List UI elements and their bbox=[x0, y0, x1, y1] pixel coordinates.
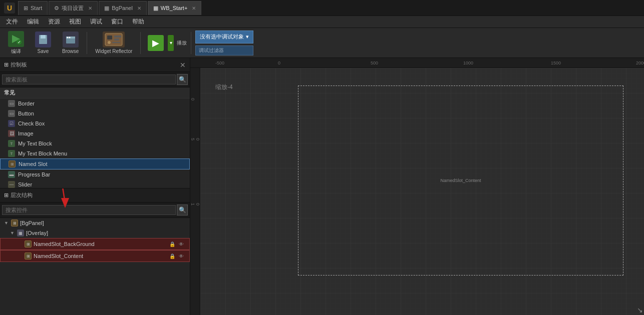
browse-button[interactable]: Browse bbox=[58, 30, 83, 56]
widget-palette: ⊞ 控制板 ✕ 🔍 常见 ▭ Border ▭ Button ☑ Check B… bbox=[0, 58, 190, 188]
namedslot-bg-icon: ⊞ bbox=[25, 240, 32, 248]
debug-object-label: 没有选中调试对象 bbox=[200, 33, 244, 40]
tab-settings-icon: ⚙ bbox=[54, 5, 59, 12]
svg-rect-15 bbox=[112, 42, 120, 43]
hierarchy-item-namedslot-bg[interactable]: ⊞ NamedSlot_BackGround 🔒 👁 bbox=[0, 238, 190, 250]
namedslot-content-label: NamedSlot_Content bbox=[34, 253, 83, 259]
namedslot-bg-label: NamedSlot_BackGround bbox=[34, 241, 95, 247]
menu-window[interactable]: 窗口 bbox=[107, 16, 127, 27]
tab-start-icon: ⊞ bbox=[24, 5, 28, 12]
hierarchy-item-namedslot-content[interactable]: ⊞ NamedSlot_Content 🔒 👁 bbox=[0, 250, 190, 262]
browse-label: Browse bbox=[62, 48, 79, 54]
tab-wb-icon: ▦ bbox=[153, 5, 158, 12]
play-dropdown-button[interactable]: ▾ bbox=[167, 33, 175, 53]
palette-item-mytextblock-label: My Text Block bbox=[18, 140, 52, 146]
namedslot-content-visible[interactable]: 👁 bbox=[177, 252, 185, 260]
debug-filter-label: 调试过滤器 bbox=[199, 48, 224, 53]
palette-search-bar: 🔍 bbox=[0, 72, 190, 88]
ruler-mark-1500: 1500 bbox=[551, 60, 561, 66]
play-group: ▶ ▾ 播放 bbox=[145, 33, 187, 53]
debug-filter-button[interactable]: 调试过滤器 bbox=[195, 46, 253, 56]
inner-label: NamedSlot_Content bbox=[440, 178, 481, 183]
tab-bgpanel[interactable]: ▦ BgPanel ✕ bbox=[99, 1, 147, 15]
left-panel: ⊞ 控制板 ✕ 🔍 常见 ▭ Border ▭ Button ☑ Check B… bbox=[0, 58, 190, 315]
palette-item-namedslot[interactable]: ⊞ Named Slot bbox=[0, 158, 190, 170]
tab-bgpanel-icon: ▦ bbox=[104, 5, 109, 12]
save-button[interactable]: Save bbox=[31, 30, 55, 56]
compile-button[interactable]: ✓ 编译 bbox=[4, 29, 28, 57]
widget-reflector-button[interactable]: Widget Reflector bbox=[91, 30, 136, 56]
tab-wb-close[interactable]: ✕ bbox=[192, 6, 196, 11]
hierarchy-item-bgpanel[interactable]: ▼ ⊞ [BgPanel] bbox=[0, 218, 190, 228]
palette-item-namedslot-label: Named Slot bbox=[19, 161, 47, 167]
menu-edit[interactable]: 编辑 bbox=[23, 16, 43, 27]
svg-rect-12 bbox=[114, 36, 121, 38]
namedslot-content-controls: 🔒 👁 bbox=[168, 252, 185, 260]
hierarchy-search-bar: 🔍 bbox=[0, 202, 190, 218]
overlay-label: [Overlay] bbox=[26, 230, 48, 236]
namedslot-bg-lock[interactable]: 🔒 bbox=[168, 240, 176, 248]
play-button[interactable]: ▶ bbox=[145, 33, 167, 53]
debug-object-select[interactable]: 没有选中调试对象 ▾ bbox=[195, 30, 253, 44]
tab-wb-start[interactable]: ▦ WB_Start+ ✕ bbox=[148, 1, 202, 15]
palette-item-checkbox-label: Check Box bbox=[18, 120, 45, 126]
tab-start[interactable]: ⊞ Start bbox=[18, 1, 48, 15]
hierarchy-icon: ⊞ bbox=[4, 192, 9, 198]
toolbar-separator-3 bbox=[191, 32, 191, 54]
palette-item-checkbox[interactable]: ☑ Check Box bbox=[0, 118, 190, 128]
svg-rect-13 bbox=[114, 38, 119, 40]
canvas-area[interactable]: -500 0 500 1000 1500 2000 0 500 1000 🌐 N… bbox=[190, 58, 644, 315]
palette-item-button[interactable]: ▭ Button bbox=[0, 108, 190, 118]
hierarchy-search-button[interactable]: 🔍 bbox=[177, 204, 188, 216]
menu-assets[interactable]: 资源 bbox=[44, 16, 64, 27]
palette-item-slider-label: Slider bbox=[18, 182, 32, 188]
namedslot-bg-controls: 🔒 👁 bbox=[168, 240, 185, 248]
palette-item-mytextblockmenu[interactable]: T My Text Block Menu bbox=[0, 148, 190, 158]
toolbar-separator-1 bbox=[87, 32, 87, 54]
compile-icon: ✓ bbox=[8, 31, 24, 47]
main-content: ⊞ 控制板 ✕ 🔍 常见 ▭ Border ▭ Button ☑ Check B… bbox=[0, 58, 644, 315]
resize-handle[interactable]: ↘ bbox=[637, 306, 643, 314]
app-logo: U bbox=[4, 2, 15, 14]
title-bar: U ⊞ Start ⚙ 项目设置 ✕ ▦ BgPanel ✕ ▦ WB_Star… bbox=[0, 0, 644, 16]
widget-reflector-label: Widget Reflector bbox=[95, 48, 132, 54]
tab-settings-label: 项目设置 bbox=[62, 4, 84, 12]
design-canvas-rect: NamedSlot_Content bbox=[298, 86, 623, 276]
namedslot-content-lock[interactable]: 🔒 bbox=[168, 252, 176, 260]
widget-reflector-icon bbox=[103, 32, 125, 48]
palette-title: 控制板 bbox=[11, 61, 180, 68]
palette-category-common[interactable]: 常见 bbox=[0, 88, 190, 98]
hierarchy-search-input[interactable] bbox=[2, 205, 176, 215]
namedslot-icon: ⊞ bbox=[9, 160, 16, 168]
hierarchy-title: 层次结构 bbox=[11, 192, 186, 199]
namedslot-content-icon: ⊞ bbox=[25, 252, 32, 260]
palette-search-button[interactable]: 🔍 bbox=[177, 74, 188, 85]
palette-item-progressbar[interactable]: ▬ Progress Bar bbox=[0, 170, 190, 180]
palette-item-image[interactable]: 🖼 Image bbox=[0, 128, 190, 138]
svg-point-8 bbox=[67, 37, 68, 38]
palette-item-border[interactable]: ▭ Border bbox=[0, 98, 190, 108]
menu-bar: 文件 编辑 资源 视图 调试 窗口 帮助 bbox=[0, 16, 644, 28]
palette-item-progressbar-label: Progress Bar bbox=[18, 172, 50, 178]
menu-view[interactable]: 视图 bbox=[65, 16, 85, 27]
namedslot-bg-visible[interactable]: 👁 bbox=[177, 240, 185, 248]
palette-search-input[interactable] bbox=[2, 74, 176, 84]
debug-object-arrow: ▾ bbox=[246, 34, 249, 40]
tab-bgpanel-label: BgPanel bbox=[112, 5, 133, 11]
tab-settings-close[interactable]: ✕ bbox=[88, 6, 92, 11]
menu-file[interactable]: 文件 bbox=[2, 16, 22, 27]
palette-item-mytextblock[interactable]: T My Text Block bbox=[0, 138, 190, 148]
ruler-vertical: 0 500 1000 bbox=[190, 68, 200, 315]
tab-bgpanel-close[interactable]: ✕ bbox=[137, 6, 141, 11]
canvas-inner[interactable]: 缩放-4 NamedSlot_Content ↘ bbox=[200, 68, 644, 315]
svg-rect-11 bbox=[107, 36, 112, 40]
hierarchy-panel: ⊞ 层次结构 🔍 ▼ ⊞ [BgPanel] ▼ ▦ [Overl bbox=[0, 188, 190, 315]
palette-close-button[interactable]: ✕ bbox=[180, 61, 186, 69]
menu-help[interactable]: 帮助 bbox=[128, 16, 148, 27]
tab-project-settings[interactable]: ⚙ 项目设置 ✕ bbox=[49, 1, 98, 15]
debug-select-group: 没有选中调试对象 ▾ 调试过滤器 bbox=[195, 30, 253, 56]
palette-item-slider[interactable]: — Slider bbox=[0, 180, 190, 188]
hierarchy-item-overlay[interactable]: ▼ ▦ [Overlay] bbox=[0, 228, 190, 238]
play-label: 播放 bbox=[177, 40, 187, 46]
menu-debug[interactable]: 调试 bbox=[86, 16, 106, 27]
